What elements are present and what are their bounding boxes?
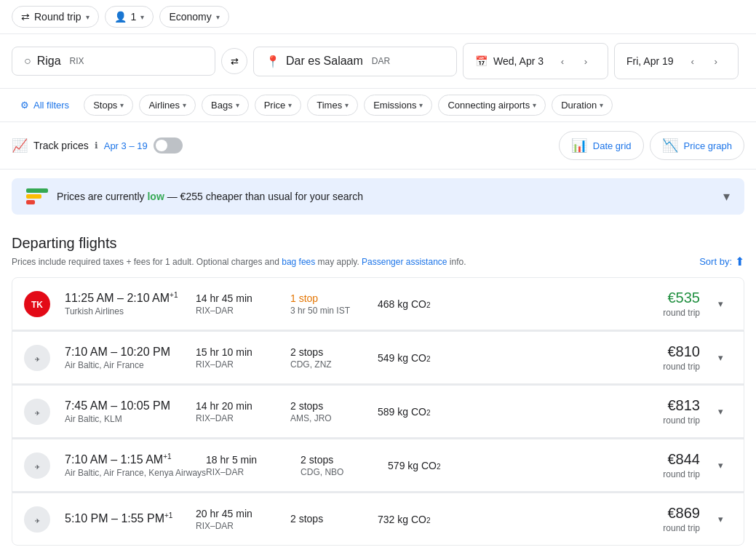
co2-subscript: 2 [437, 463, 441, 471]
duration-value: 14 hr 20 min [196, 400, 290, 412]
sort-button[interactable]: Sort by: ⬆ [699, 255, 744, 268]
flight-route: RIX–DAR [196, 413, 290, 423]
co2-value: 549 kg CO2 [378, 352, 472, 364]
track-prices-toggle[interactable] [154, 137, 183, 154]
price-banner: Prices are currently low — €255 cheaper … [12, 178, 744, 215]
stops-filter-label: Stops [93, 100, 117, 111]
flight-price: €535round trip [663, 290, 700, 318]
price-banner-prefix: Prices are currently [57, 191, 147, 202]
times-filter-button[interactable]: Times ▾ [307, 95, 358, 116]
class-button[interactable]: Economy ▾ [159, 6, 228, 28]
flight-times: 7:45 AM – 10:05 PMAir Baltic, KLM [65, 399, 196, 424]
airlines-filter-button[interactable]: Airlines ▾ [139, 95, 196, 116]
co2-value: 579 kg CO2 [388, 460, 482, 471]
return-date-field[interactable]: Fri, Apr 19 ‹ › [614, 43, 739, 79]
times-chevron-icon: ▾ [345, 101, 349, 109]
flight-route: RIX–DAR [196, 521, 290, 531]
sort-label: Sort by: [699, 256, 732, 267]
depart-next-button[interactable]: › [576, 51, 596, 71]
flight-card[interactable]: ✈7:10 AM – 10:20 PMAir Baltic, Air Franc… [12, 331, 744, 384]
flight-times: 5:10 PM – 1:55 PM+1 [65, 511, 196, 527]
flight-duration: 18 hr 5 minRIX–DAR [206, 454, 301, 477]
origin-city: Riga [37, 55, 61, 68]
destination-field[interactable]: 📍 Dar es Salaam DAR [253, 47, 457, 76]
flight-duration: 14 hr 45 minRIX–DAR [196, 292, 290, 316]
flight-duration: 15 hr 10 minRIX–DAR [196, 346, 290, 370]
flight-route: RIX–DAR [206, 467, 301, 477]
return-prev-button[interactable]: ‹ [683, 51, 703, 71]
swap-button[interactable]: ⇄ [221, 48, 247, 74]
depart-prev-button[interactable]: ‹ [552, 51, 573, 71]
expand-flight-button[interactable]: ▾ [709, 292, 732, 316]
flight-co2: 549 kg CO2 [378, 352, 472, 364]
price-value: €810 [663, 343, 700, 360]
connecting-airports-filter-button[interactable]: Connecting airports ▾ [438, 95, 546, 116]
price-filter-button[interactable]: Price ▾ [255, 95, 302, 116]
flight-airline: Turkish Airlines [65, 306, 196, 316]
price-graph-icon: 📉 [662, 137, 678, 154]
price-graph-button[interactable]: 📉 Price graph [650, 131, 744, 160]
stops-detail: AMS, JRO [290, 413, 378, 423]
stops-detail: 3 hr 50 min IST [290, 306, 378, 316]
airline-logo: ✈ [24, 453, 50, 479]
destination-code: DAR [372, 56, 390, 66]
price-value: €813 [663, 397, 700, 414]
flight-price: €813round trip [663, 397, 700, 426]
depart-date-field[interactable]: 📅 Wed, Apr 3 ‹ › [463, 43, 608, 79]
bag-fees-link[interactable]: bag fees [282, 257, 315, 267]
flight-duration: 14 hr 20 minRIX–DAR [196, 400, 290, 423]
departing-flights-title: Departing flights [12, 235, 744, 252]
date-grid-button[interactable]: 📊 Date grid [559, 131, 644, 160]
price-banner-text: Prices are currently low — €255 cheaper … [57, 191, 363, 202]
flight-card[interactable]: ✈7:10 AM – 1:15 AM+1Air Baltic, Air Fran… [12, 439, 744, 492]
trip-type-button[interactable]: ⇄ Round trip ▾ [12, 6, 99, 28]
duration-filter-label: Duration [561, 100, 597, 111]
subtitle-text: Prices include required taxes + fees for… [12, 257, 282, 267]
expand-flight-button[interactable]: ▾ [709, 508, 732, 531]
connecting-airports-filter-label: Connecting airports [447, 100, 530, 111]
price-banner-expand-icon[interactable]: ▾ [723, 188, 730, 204]
passenger-link[interactable]: Passenger assistance [362, 257, 447, 267]
stops-count: 1 stop [290, 292, 378, 304]
emissions-filter-button[interactable]: Emissions ▾ [364, 95, 432, 116]
track-right: 📊 Date grid 📉 Price graph [559, 131, 744, 160]
expand-flight-button[interactable]: ▾ [709, 346, 732, 370]
stops-count: 2 stops [290, 346, 378, 358]
co2-value: 468 kg CO2 [378, 298, 472, 310]
flight-card[interactable]: ✈7:45 AM – 10:05 PMAir Baltic, KLM14 hr … [12, 385, 744, 438]
expand-flight-button[interactable]: ▾ [709, 454, 732, 477]
price-bar-high [26, 188, 48, 193]
origin-field[interactable]: ○ Riga RIX [12, 47, 215, 76]
sort-icon: ⬆ [735, 255, 744, 268]
subtitle-text3: info. [447, 257, 466, 267]
duration-filter-button[interactable]: Duration ▾ [552, 95, 613, 116]
flight-airline: Air Baltic, KLM [65, 414, 196, 424]
return-next-button[interactable]: › [706, 51, 726, 71]
all-filters-button[interactable]: ⚙ All filters [12, 95, 78, 115]
passengers-button[interactable]: 👤 1 ▾ [105, 6, 154, 28]
expand-flight-button[interactable]: ▾ [709, 400, 732, 423]
stops-count: 2 stops [290, 513, 378, 525]
bags-filter-button[interactable]: Bags ▾ [202, 95, 249, 116]
flight-time-range: 7:45 AM – 10:05 PM [65, 399, 196, 412]
airline-logo: ✈ [24, 399, 50, 425]
co2-value: 732 kg CO2 [378, 514, 472, 525]
times-filter-label: Times [317, 100, 342, 111]
all-filters-label: All filters [33, 100, 69, 111]
flight-card[interactable]: ✈5:10 PM – 1:55 PM+120 hr 45 minRIX–DAR2… [12, 493, 744, 546]
flight-stops: 2 stopsCDG, NBO [301, 454, 388, 477]
filters-row: ⚙ All filters Stops ▾ Airlines ▾ Bags ▾ … [0, 89, 756, 122]
price-sub: round trip [663, 362, 700, 372]
duration-chevron-icon: ▾ [600, 101, 603, 109]
price-chevron-icon: ▾ [288, 101, 292, 109]
price-sub: round trip [663, 308, 700, 318]
connecting-airports-chevron-icon: ▾ [533, 101, 536, 109]
stops-filter-button[interactable]: Stops ▾ [84, 95, 133, 116]
top-bar: ⇄ Round trip ▾ 👤 1 ▾ Economy ▾ [0, 0, 756, 34]
flight-card[interactable]: TK11:25 AM – 2:10 AM+1Turkish Airlines14… [12, 277, 744, 330]
trip-type-chevron-icon: ▾ [86, 13, 89, 21]
flights-subtitle: Prices include required taxes + fees for… [12, 257, 466, 267]
date-grid-icon: 📊 [571, 137, 587, 154]
price-bar-mid [26, 194, 41, 199]
svg-text:✈: ✈ [35, 518, 40, 525]
